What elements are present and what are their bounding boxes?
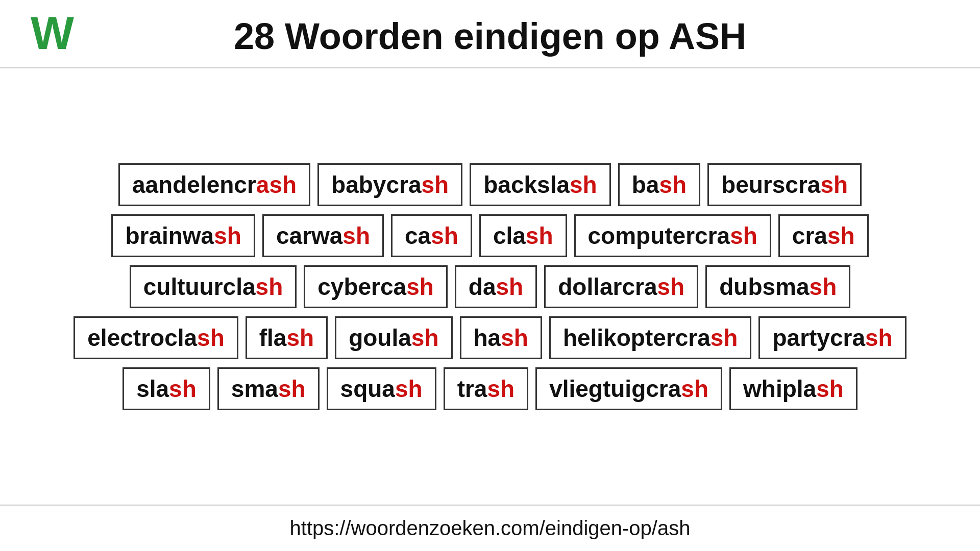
word-row-3: electroclashflashgoulashhashhelikoptercr… xyxy=(74,316,906,359)
word-prefix: sma xyxy=(231,375,278,403)
word-prefix: helikoptercra xyxy=(563,324,710,352)
word-suffix: sh xyxy=(570,171,597,198)
word-suffix: sh xyxy=(278,375,306,403)
word-box-cash: cash xyxy=(391,214,472,257)
word-prefix: partycra xyxy=(772,324,865,352)
word-row-1: brainwashcarwashcashclashcomputercrashcr… xyxy=(111,214,868,257)
word-suffix: sh xyxy=(487,375,514,403)
word-box-flash: flash xyxy=(246,316,328,359)
word-suffix: sh xyxy=(197,324,225,352)
word-prefix: backsla xyxy=(483,171,570,198)
word-suffix: sh xyxy=(501,324,528,352)
word-row-2: cultuurclashcybercashdashdollarcrashdubs… xyxy=(130,265,851,308)
word-prefix: da xyxy=(469,273,496,300)
logo-icon: W xyxy=(31,10,74,56)
word-box-carwash: carwash xyxy=(262,214,384,257)
word-suffix: sh xyxy=(657,273,685,300)
word-suffix: sh xyxy=(659,171,687,198)
word-box-vliegtuigcrash: vliegtuigcrash xyxy=(535,367,722,410)
word-suffix: sh xyxy=(496,273,524,300)
word-suffix: sh xyxy=(827,222,855,249)
word-suffix: sh xyxy=(865,324,893,352)
word-prefix: cyberca xyxy=(317,273,406,300)
word-box-whiplash: whiplash xyxy=(729,367,857,410)
word-suffix: sh xyxy=(730,222,757,249)
word-box-dollarcrash: dollarcrash xyxy=(544,265,698,308)
word-prefix: dubsma xyxy=(719,273,809,300)
word-prefix: tra xyxy=(457,375,487,403)
word-box-computercrash: computercrash xyxy=(574,214,771,257)
word-box-bash: bash xyxy=(618,163,700,206)
word-box-slash: slash xyxy=(122,367,210,410)
word-prefix: ca xyxy=(405,222,431,249)
word-prefix: aandelencr xyxy=(132,171,256,198)
word-prefix: ba xyxy=(632,171,659,198)
word-suffix: sh xyxy=(681,375,708,403)
word-box-helikoptercrash: helikoptercrash xyxy=(549,316,752,359)
word-prefix: sla xyxy=(136,375,169,403)
word-prefix: squa xyxy=(340,375,395,403)
word-box-backslash: backslash xyxy=(470,163,610,206)
word-suffix: sh xyxy=(395,375,423,403)
word-box-partycrash: partycrash xyxy=(758,316,906,359)
word-suffix: sh xyxy=(342,222,370,249)
word-prefix: beurscra xyxy=(721,171,820,198)
word-suffix: sh xyxy=(816,375,844,403)
page-header: W 28 Woorden eindigen op ASH xyxy=(0,0,980,68)
word-suffix: sh xyxy=(411,324,439,352)
word-box-smash: smash xyxy=(217,367,320,410)
word-box-beurscrash: beurscrash xyxy=(707,163,862,206)
word-box-squash: squash xyxy=(327,367,436,410)
word-prefix: computercra xyxy=(588,222,730,249)
word-suffix: sh xyxy=(169,375,197,403)
words-grid: aandelencrashbabycrashbackslashbashbeurs… xyxy=(0,68,980,505)
word-suffix: sh xyxy=(256,273,283,300)
word-prefix: cultuurcla xyxy=(143,273,256,300)
word-box-dash: dash xyxy=(455,265,537,308)
word-prefix: carwa xyxy=(276,222,342,249)
word-box-hash: hash xyxy=(460,316,542,359)
word-suffix: sh xyxy=(286,324,314,352)
word-suffix: ash xyxy=(256,171,297,198)
word-box-crash: crash xyxy=(778,214,869,257)
footer-url: https://woordenzoeken.com/eindigen-op/as… xyxy=(0,505,980,551)
word-row-0: aandelencrashbabycrashbackslashbashbeurs… xyxy=(118,163,862,206)
word-prefix: vliegtuigcra xyxy=(549,375,681,403)
word-prefix: brainwa xyxy=(125,222,214,249)
word-box-cultuurclash: cultuurclash xyxy=(130,265,297,308)
word-prefix: dollarcra xyxy=(558,273,657,300)
word-box-trash: trash xyxy=(444,367,529,410)
word-prefix: electrocla xyxy=(87,324,197,352)
word-suffix: sh xyxy=(406,273,434,300)
word-prefix: whipla xyxy=(743,375,816,403)
word-prefix: cra xyxy=(792,222,827,249)
word-suffix: sh xyxy=(431,222,458,249)
word-suffix: sh xyxy=(820,171,848,198)
word-box-babycrash: babycrash xyxy=(317,163,462,206)
word-box-clash: clash xyxy=(479,214,567,257)
word-suffix: sh xyxy=(710,324,738,352)
word-box-dubsmash: dubsmash xyxy=(705,265,850,308)
word-prefix: babycra xyxy=(331,171,421,198)
word-prefix: fla xyxy=(259,324,287,352)
word-box-cybercash: cybercash xyxy=(304,265,448,308)
word-suffix: sh xyxy=(214,222,241,249)
word-row-4: slashsmashsquashtrashvliegtuigcrashwhipl… xyxy=(122,367,857,410)
word-box-aandelencrash: aandelencrash xyxy=(118,163,310,206)
word-box-electroclash: electroclash xyxy=(74,316,238,359)
word-suffix: sh xyxy=(526,222,553,249)
word-prefix: cla xyxy=(493,222,526,249)
word-box-brainwash: brainwash xyxy=(111,214,255,257)
word-box-goulash: goulash xyxy=(335,316,452,359)
word-prefix: ha xyxy=(474,324,501,352)
word-suffix: sh xyxy=(810,273,837,300)
word-suffix: sh xyxy=(422,171,449,198)
page-title: 28 Woorden eindigen op ASH xyxy=(234,15,746,57)
word-prefix: goula xyxy=(349,324,411,352)
